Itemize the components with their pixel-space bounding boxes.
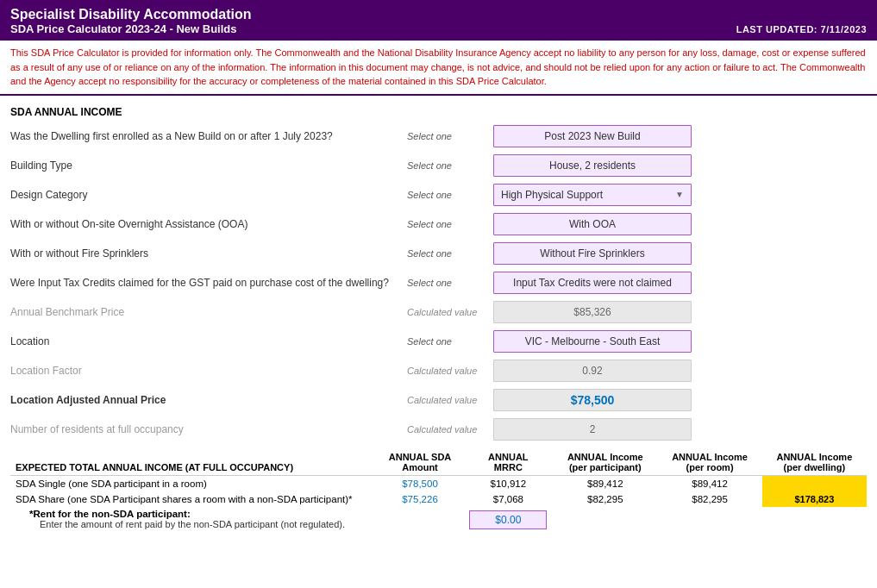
building-type-input[interactable]: House, 2 residents bbox=[493, 154, 692, 177]
col-mrrc: ANNUALMRRC bbox=[464, 449, 554, 476]
location-value: VIC - Melbourne - South East bbox=[493, 330, 692, 353]
sda-share-per-dwelling: $178,823 bbox=[762, 491, 867, 507]
adjusted-price-value: $78,500 bbox=[493, 389, 692, 411]
num-residents-value: 2 bbox=[493, 418, 692, 441]
sda-single-per-room: $89,412 bbox=[657, 475, 761, 491]
design-category-row: Design Category Select one High Physical… bbox=[0, 180, 877, 210]
sda-share-per-participant: $82,295 bbox=[553, 491, 657, 507]
sda-single-per-dwelling bbox=[762, 475, 867, 491]
itc-input[interactable]: Input Tax Credits were not claimed bbox=[493, 272, 692, 294]
design-category-input[interactable]: High Physical Support ▼ bbox=[493, 184, 692, 206]
rent-input-cell bbox=[464, 507, 554, 531]
adjusted-price-calc-label: Calculated value bbox=[407, 395, 493, 405]
new-build-row: Was the Dwelling first enrolled as a New… bbox=[0, 122, 877, 151]
dropdown-arrow-icon: ▼ bbox=[675, 190, 684, 199]
benchmark-price-value: $85,326 bbox=[493, 301, 692, 323]
sda-share-label: SDA Share (one SDA Participant shares a … bbox=[10, 491, 376, 507]
new-build-label: Was the Dwelling first enrolled as a New… bbox=[10, 130, 407, 142]
location-factor-label: Location Factor bbox=[10, 365, 407, 377]
num-residents-label: Number of residents at full occupancy bbox=[10, 423, 407, 435]
location-factor-value: 0.92 bbox=[493, 360, 692, 382]
table-row: SDA Single (one SDA participant in a roo… bbox=[10, 475, 867, 491]
ooa-label: With or without On-site Overnight Assist… bbox=[10, 218, 407, 230]
sda-single-per-participant: $89,412 bbox=[553, 475, 657, 491]
design-category-label: Design Category bbox=[10, 189, 407, 201]
expected-income-table: EXPECTED TOTAL ANNUAL INCOME (AT FULL OC… bbox=[10, 449, 867, 531]
col-sda-amount: ANNUAL SDAAmount bbox=[376, 449, 463, 476]
sda-single-sda-amount: $78,500 bbox=[376, 475, 463, 491]
benchmark-price-input: $85,326 bbox=[493, 301, 692, 323]
fire-sprinklers-row: With or without Fire Sprinklers Select o… bbox=[0, 239, 877, 268]
location-select-label: Select one bbox=[407, 336, 493, 347]
new-build-select-label: Select one bbox=[407, 131, 493, 141]
form-rows: Was the Dwelling first enrolled as a New… bbox=[0, 122, 877, 444]
building-type-label: Building Type bbox=[10, 160, 407, 172]
new-build-value: Post 2023 New Build bbox=[493, 125, 692, 147]
app-subtitle: SDA Price Calculator 2023-24 - New Build… bbox=[10, 22, 867, 35]
sda-single-mrrc: $10,912 bbox=[464, 475, 554, 491]
ooa-row: With or without On-site Overnight Assist… bbox=[0, 210, 877, 239]
benchmark-price-label: Annual Benchmark Price bbox=[10, 306, 407, 318]
itc-select-label: Select one bbox=[407, 278, 493, 288]
subtitle-text: SDA Price Calculator 2023-24 - New Build… bbox=[10, 22, 237, 35]
location-factor-row: Location Factor Calculated value 0.92 bbox=[0, 356, 877, 385]
itc-label: Were Input Tax Credits claimed for the G… bbox=[10, 277, 407, 289]
fire-sprinklers-value: Without Fire Sprinklers bbox=[493, 242, 692, 265]
fire-sprinklers-input[interactable]: Without Fire Sprinklers bbox=[493, 242, 692, 265]
num-residents-row: Number of residents at full occupancy Ca… bbox=[0, 415, 877, 444]
location-factor-input: 0.92 bbox=[493, 360, 692, 382]
disclaimer-text: This SDA Price Calculator is provided fo… bbox=[0, 41, 877, 96]
new-build-input[interactable]: Post 2023 New Build bbox=[493, 125, 692, 147]
location-factor-calc-label: Calculated value bbox=[407, 366, 493, 376]
adjusted-price-input: $78,500 bbox=[493, 389, 692, 411]
design-category-select-label: Select one bbox=[407, 190, 493, 200]
app-title: Specialist Disability Accommodation bbox=[10, 7, 867, 22]
expected-income-section: EXPECTED TOTAL ANNUAL INCOME (AT FULL OC… bbox=[0, 444, 877, 531]
building-type-select-label: Select one bbox=[407, 160, 493, 171]
num-residents-input: 2 bbox=[493, 418, 692, 441]
section-income-header: SDA ANNUAL INCOME bbox=[0, 99, 877, 122]
itc-value: Input Tax Credits were not claimed bbox=[493, 272, 692, 294]
building-type-value: House, 2 residents bbox=[493, 154, 692, 177]
location-label: Location bbox=[10, 335, 407, 347]
adjusted-price-label: Location Adjusted Annual Price bbox=[10, 394, 407, 406]
sda-share-per-room: $82,295 bbox=[657, 491, 761, 507]
adjusted-price-row: Location Adjusted Annual Price Calculate… bbox=[0, 385, 877, 415]
itc-row: Were Input Tax Credits claimed for the G… bbox=[0, 268, 877, 297]
last-updated: LAST UPDATED: 7/11/2023 bbox=[736, 24, 867, 34]
sda-single-label: SDA Single (one SDA participant in a roo… bbox=[10, 475, 376, 491]
benchmark-price-calc-label: Calculated value bbox=[407, 307, 493, 317]
ooa-input[interactable]: With OOA bbox=[493, 213, 692, 235]
header: Specialist Disability Accommodation SDA … bbox=[0, 0, 877, 41]
ooa-value: With OOA bbox=[493, 213, 692, 235]
sda-share-mrrc: $7,068 bbox=[464, 491, 554, 507]
table-header-row: EXPECTED TOTAL ANNUAL INCOME (AT FULL OC… bbox=[10, 449, 867, 476]
design-category-value: High Physical Support ▼ bbox=[493, 184, 692, 206]
table-row: SDA Share (one SDA Participant shares a … bbox=[10, 491, 867, 507]
building-type-row: Building Type Select one House, 2 reside… bbox=[0, 151, 877, 180]
location-row: Location Select one VIC - Melbourne - So… bbox=[0, 327, 877, 356]
col-per-participant: ANNUAL Income(per participant) bbox=[553, 449, 657, 476]
sda-share-sda-amount: $75,226 bbox=[376, 491, 463, 507]
col-per-dwelling: ANNUAL Income(per dwelling) bbox=[762, 449, 867, 476]
fire-sprinklers-select-label: Select one bbox=[407, 248, 493, 259]
rent-sublabel: Enter the amount of rent paid by the non… bbox=[16, 519, 459, 529]
benchmark-price-row: Annual Benchmark Price Calculated value … bbox=[0, 297, 877, 327]
fire-sprinklers-label: With or without Fire Sprinklers bbox=[10, 247, 407, 260]
rent-input[interactable] bbox=[469, 510, 547, 529]
num-residents-calc-label: Calculated value bbox=[407, 424, 493, 435]
location-input[interactable]: VIC - Melbourne - South East bbox=[493, 330, 692, 353]
col-per-room: ANNUAL Income(per room) bbox=[657, 449, 761, 476]
expected-header: EXPECTED TOTAL ANNUAL INCOME (AT FULL OC… bbox=[10, 449, 376, 476]
ooa-select-label: Select one bbox=[407, 219, 493, 229]
rent-row: *Rent for the non-SDA participant: Enter… bbox=[10, 507, 867, 531]
rent-label: *Rent for the non-SDA participant: bbox=[16, 509, 459, 519]
